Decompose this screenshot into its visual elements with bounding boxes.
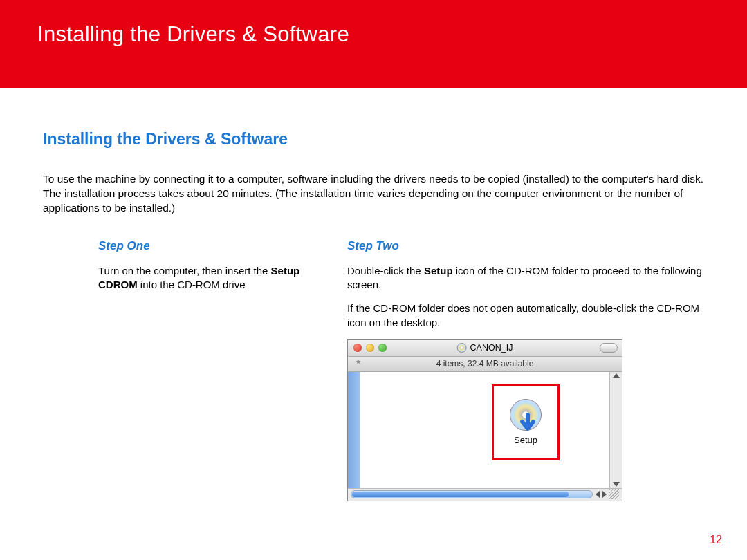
step-two-body: Double-click the Setup icon of the CD-RO… xyxy=(347,264,711,330)
cd-setup-icon xyxy=(510,399,542,431)
setup-icon-highlight: Setup xyxy=(492,384,560,460)
finder-bottom-bar xyxy=(348,488,622,501)
step-two-p2: If the CD-ROM folder does not open autom… xyxy=(347,301,711,330)
finder-titlebar: CANON_IJ xyxy=(348,340,622,357)
sidebar-sliver xyxy=(348,372,360,488)
step-one-heading: Step One xyxy=(98,239,326,253)
step-one-column: Step One Turn on the computer, then inse… xyxy=(43,239,326,501)
page-number: 12 xyxy=(710,534,722,546)
step-one-text-a: Turn on the computer, then insert the xyxy=(98,265,271,277)
step-one-body: Turn on the computer, then insert the Se… xyxy=(98,264,326,292)
scroll-right-icon xyxy=(602,491,607,498)
step-two-p1a: Double-click the xyxy=(347,265,424,277)
traffic-lights xyxy=(353,344,387,352)
content-area: Installing the Drivers & Software To use… xyxy=(0,88,747,501)
scroll-down-icon xyxy=(613,482,620,487)
resize-corner-icon xyxy=(609,489,619,499)
page-title: Installing the Drivers & Software xyxy=(37,22,747,47)
close-icon xyxy=(353,344,362,352)
toolbar-toggle-icon xyxy=(600,343,618,353)
zoom-icon xyxy=(378,344,387,352)
section-heading: Installing the Drivers & Software xyxy=(43,130,711,149)
window-title-text: CANON_IJ xyxy=(470,343,513,353)
step-two-column: Step Two Double-click the Setup icon of … xyxy=(340,239,711,501)
icon-area: Setup xyxy=(360,372,609,488)
disc-icon xyxy=(457,343,467,353)
steps-columns: Step One Turn on the computer, then inse… xyxy=(43,239,711,501)
vertical-scrollbar xyxy=(609,372,622,488)
action-menu-icon xyxy=(353,359,363,368)
minimize-icon xyxy=(366,344,374,352)
finder-status-bar: 4 items, 32.4 MB available xyxy=(348,357,622,372)
header-band: Installing the Drivers & Software xyxy=(0,0,747,88)
finder-window-screenshot: CANON_IJ 4 items, 32.4 MB available xyxy=(347,339,622,501)
window-title: CANON_IJ xyxy=(457,343,513,353)
horizontal-scrollbar xyxy=(351,490,593,498)
scroll-left-icon xyxy=(596,491,600,498)
intro-paragraph: To use the machine by connecting it to a… xyxy=(43,172,711,216)
scroll-up-icon xyxy=(613,373,620,378)
step-two-heading: Step Two xyxy=(347,239,711,253)
step-one-text-b: into the CD-ROM drive xyxy=(138,279,246,290)
setup-icon-label: Setup xyxy=(514,435,537,445)
finder-body: Setup xyxy=(348,372,622,488)
step-two-p1-bold: Setup xyxy=(424,265,453,277)
status-text: 4 items, 32.4 MB available xyxy=(436,359,534,368)
